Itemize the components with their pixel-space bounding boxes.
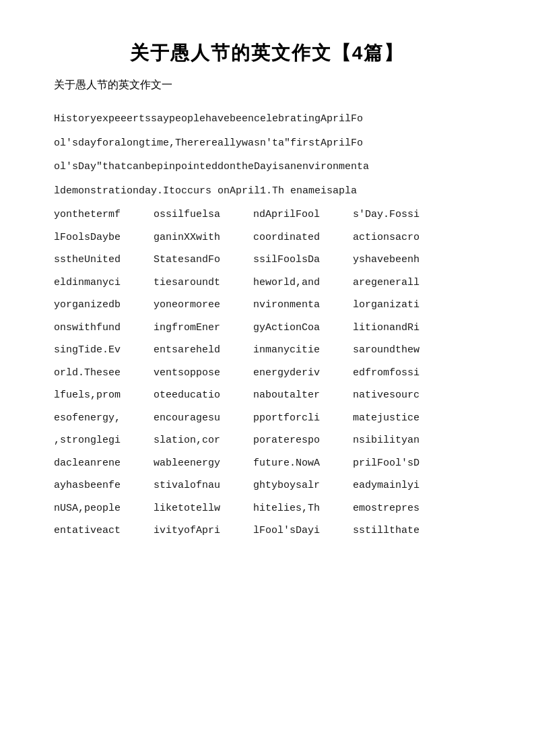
list-item: edfromfossi	[353, 363, 453, 384]
list-item: aregenerall	[353, 272, 453, 294]
list-item: coordinated	[253, 227, 353, 249]
article-subtitle: 关于愚人节的英文作文一	[54, 78, 480, 92]
list-item: yoneormoree	[154, 294, 253, 316]
table-row: esofenergy,encouragesupportforclimatejus…	[54, 408, 480, 429]
list-item: dacleanrene	[54, 453, 154, 474]
list-item: future.NowA	[253, 453, 353, 474]
list-item: oteeducatio	[154, 385, 253, 406]
list-item: energyderiv	[253, 363, 353, 384]
intro-line-4: ldemonstrationday.Itoccurs onApril1.Th e…	[54, 181, 480, 202]
list-item: lorganizati	[353, 294, 453, 316]
list-item: slation,cor	[154, 430, 253, 451]
table-row: ,stronglegislation,corporateresponsibili…	[54, 430, 480, 451]
list-item: tiesaroundt	[154, 272, 253, 294]
article-rows: yonthetermfossilfuelsandAprilFools'Day.F…	[54, 204, 480, 542]
list-item: encouragesu	[154, 408, 253, 429]
table-row: dacleanrenewableenergyfuture.NowAprilFoo…	[54, 453, 480, 474]
list-item: emostrepres	[353, 498, 453, 519]
list-item: singTide.Ev	[54, 340, 154, 361]
intro-line-3: ol'sDay"thatcanbepinpointeddontheDayisan…	[54, 156, 480, 178]
list-item: yshavebeenh	[353, 249, 453, 271]
list-item: saroundthew	[353, 340, 453, 361]
list-item: s'Day.Fossi	[353, 204, 453, 226]
list-item: nsibilityan	[353, 430, 453, 451]
list-item: gyActionCoa	[253, 317, 353, 339]
list-item: StatesandFo	[154, 249, 253, 271]
list-item: ssilFoolsDa	[253, 249, 353, 271]
list-item: actionsacro	[353, 227, 453, 249]
list-item: ivityofApri	[154, 520, 253, 542]
list-item: inmanycitie	[253, 340, 353, 361]
table-row: lFoolsDaybeganinXXwithcoordinatedactions…	[54, 227, 480, 249]
table-row: nUSA,peopleliketotellwhitelies,Themostre…	[54, 498, 480, 519]
table-row: sstheUnitedStatesandFossilFoolsDayshaveb…	[54, 249, 480, 271]
list-item: orld.Thesee	[54, 363, 154, 384]
list-item: lFoolsDaybe	[54, 227, 154, 249]
list-item: matejustice	[353, 408, 453, 429]
list-item: hitelies,Th	[253, 498, 353, 519]
list-item: liketotellw	[154, 498, 253, 519]
intro-line-1: Historyexpeeertssaypeoplehavebeencelebra…	[54, 108, 480, 130]
list-item: stivalofnau	[154, 475, 253, 497]
list-item: ingfromEner	[154, 317, 253, 339]
list-item: ghtyboysalr	[253, 475, 353, 497]
list-item: yorganizedb	[54, 294, 154, 316]
list-item: naboutalter	[253, 385, 353, 406]
table-row: yorganizedbyoneormoreenvironmentalorgani…	[54, 294, 480, 316]
intro-line-2: ol'sdayforalongtime,Therereallywasn'ta"f…	[54, 133, 480, 154]
list-item: heworld,and	[253, 272, 353, 294]
list-item: ,stronglegi	[54, 430, 154, 451]
list-item: sstheUnited	[54, 249, 154, 271]
list-item: poraterespo	[253, 430, 353, 451]
list-item: lFool'sDayi	[253, 520, 353, 542]
table-row: entativeactivityofAprilFool'sDayisstillt…	[54, 520, 480, 542]
list-item: nvironmenta	[253, 294, 353, 316]
list-item: eadymainlyi	[353, 475, 453, 497]
list-item: eldinmanyci	[54, 272, 154, 294]
list-item: lfuels,prom	[54, 385, 154, 406]
list-item: yonthetermf	[54, 204, 154, 226]
list-item: ganinXXwith	[154, 227, 253, 249]
list-item: entsareheld	[154, 340, 253, 361]
list-item: wableenergy	[154, 453, 253, 474]
list-item: prilFool'sD	[353, 453, 453, 474]
list-item: ossilfuelsa	[154, 204, 253, 226]
table-row: yonthetermfossilfuelsandAprilFools'Day.F…	[54, 204, 480, 226]
page-title: 关于愚人节的英文作文【4篇】	[54, 40, 480, 66]
article-body: Historyexpeeertssaypeoplehavebeencelebra…	[54, 108, 480, 542]
list-item: entativeact	[54, 520, 154, 542]
table-row: onswithfundingfromEnergyActionCoalitiona…	[54, 317, 480, 339]
list-item: nUSA,people	[54, 498, 154, 519]
list-item: pportforcli	[253, 408, 353, 429]
table-row: lfuels,promoteeducationaboutalternatives…	[54, 385, 480, 406]
list-item: onswithfund	[54, 317, 154, 339]
list-item: esofenergy,	[54, 408, 154, 429]
table-row: eldinmanycitiesaroundtheworld,andaregene…	[54, 272, 480, 294]
list-item: nativesourc	[353, 385, 453, 406]
list-item: ndAprilFool	[253, 204, 353, 226]
table-row: ayhasbeenfestivalofnaughtyboysalreadymai…	[54, 475, 480, 497]
table-row: singTide.Eventsareheldinmanycitiesaround…	[54, 340, 480, 361]
list-item: litionandRi	[353, 317, 453, 339]
list-item: sstillthate	[353, 520, 453, 542]
list-item: ventsoppose	[154, 363, 253, 384]
table-row: orld.Theseeventsopposeenergyderivedfromf…	[54, 363, 480, 384]
list-item: ayhasbeenfe	[54, 475, 154, 497]
